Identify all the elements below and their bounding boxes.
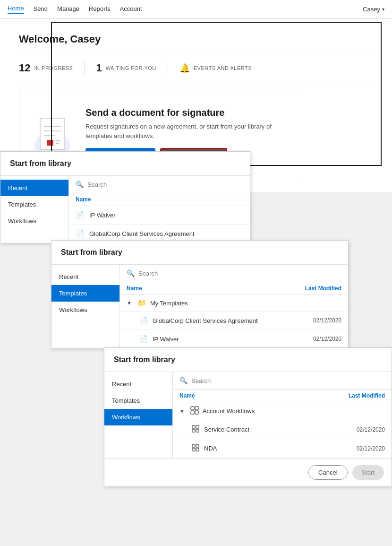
svg-rect-11 bbox=[195, 411, 198, 414]
svg-rect-13 bbox=[196, 425, 199, 428]
panel2-item-0-date: 02/12/2020 bbox=[313, 317, 341, 324]
panel2-folder-row[interactable]: ▼ 📁 My Templates bbox=[120, 295, 348, 312]
panel3-sidebar-workflows[interactable]: Workflows bbox=[104, 409, 172, 425]
panel2-item-0-name: GlobalCorp Client Services Agreement bbox=[153, 317, 308, 324]
doc-card-title: Send a document for signature bbox=[85, 107, 288, 118]
panel2-folder-name: My Templates bbox=[150, 300, 188, 307]
panel1-row-0[interactable]: 📄 IP Waiver bbox=[69, 206, 250, 225]
panel-recent: Start from library Recent Templates Work… bbox=[0, 151, 250, 243]
stat-number-in-progress: 12 bbox=[19, 62, 30, 74]
panel3-col-modified: Last Modified bbox=[349, 392, 385, 399]
bell-icon: 🔔 bbox=[179, 63, 190, 73]
start-button[interactable]: Start bbox=[352, 465, 384, 480]
workflow-folder-icon bbox=[190, 406, 199, 416]
svg-rect-16 bbox=[192, 444, 195, 447]
panel3-search-bar: 🔍 bbox=[173, 372, 392, 390]
svg-rect-8 bbox=[191, 407, 194, 410]
panel2-search-input[interactable] bbox=[138, 270, 341, 277]
panel3-search-icon: 🔍 bbox=[179, 377, 187, 384]
svg-rect-17 bbox=[196, 444, 199, 447]
panel2-sidebar: Recent Templates Workflows bbox=[51, 265, 120, 348]
panel1-item-1-name: GlobalCorp Client Services Agreement bbox=[89, 230, 243, 237]
panel-templates: Start from library Recent Templates Work… bbox=[51, 240, 349, 349]
panel3-sidebar: Recent Templates Workflows bbox=[104, 372, 173, 458]
panel1-search-icon: 🔍 bbox=[76, 181, 84, 188]
panel2-sidebar-workflows[interactable]: Workflows bbox=[51, 302, 119, 318]
panel3-body: Recent Templates Workflows 🔍 Name Last M… bbox=[104, 372, 392, 458]
panel2-row-0[interactable]: 📄 GlobalCorp Client Services Agreement 0… bbox=[120, 312, 348, 330]
panel-workflows: Start from library Recent Templates Work… bbox=[104, 347, 392, 487]
file-icon-0: 📄 bbox=[76, 211, 85, 219]
nav-reports[interactable]: Reports bbox=[89, 5, 111, 13]
panel3-sidebar-templates[interactable]: Templates bbox=[104, 392, 172, 409]
stat-waiting[interactable]: 1 WAITING FOR YOU bbox=[85, 62, 167, 74]
user-dropdown-arrow: ▾ bbox=[382, 7, 384, 12]
panel1-col-name: Name bbox=[76, 196, 91, 203]
file-icon-1: 📄 bbox=[76, 229, 85, 238]
panel3-sidebar-recent[interactable]: Recent bbox=[104, 376, 172, 392]
welcome-title: Welcome, Casey bbox=[19, 33, 373, 45]
panel2-body: Recent Templates Workflows 🔍 Name Last M… bbox=[51, 265, 348, 348]
stat-label-events: EVENTS AND ALERTS bbox=[194, 65, 252, 71]
panel3-title: Start from library bbox=[104, 348, 392, 372]
panel1-search-bar: 🔍 bbox=[69, 176, 250, 193]
doc-card-description: Request signatures on a new agreement, o… bbox=[85, 122, 288, 140]
svg-rect-9 bbox=[195, 407, 198, 410]
svg-rect-19 bbox=[196, 448, 199, 451]
nav-account[interactable]: Account bbox=[120, 5, 142, 13]
panel3-item-0-name: Service Contract bbox=[204, 426, 352, 433]
stat-events[interactable]: 🔔 EVENTS AND ALERTS bbox=[168, 63, 263, 73]
svg-rect-12 bbox=[192, 425, 195, 428]
panel3-content: 🔍 Name Last Modified ▼ bbox=[173, 372, 392, 458]
panel2-file-icon-1: 📄 bbox=[139, 335, 148, 343]
stats-bar: 12 IN PROGRESS 1 WAITING FOR YOU 🔔 EVENT… bbox=[19, 55, 373, 81]
svg-rect-14 bbox=[192, 429, 195, 432]
stat-label-waiting: WAITING FOR YOU bbox=[106, 65, 156, 71]
stat-label-in-progress: IN PROGRESS bbox=[34, 65, 73, 71]
panel3-item-0-date: 02/12/2020 bbox=[357, 426, 385, 433]
panel2-item-1-name: IP Waiver bbox=[153, 336, 308, 343]
panel1-sidebar-recent[interactable]: Recent bbox=[0, 180, 68, 196]
stat-in-progress[interactable]: 12 IN PROGRESS bbox=[19, 62, 84, 74]
user-name: Casey bbox=[363, 6, 380, 13]
panel1-sidebar-workflows[interactable]: Workflows bbox=[0, 213, 68, 229]
panel3-folder-toggle-icon: ▼ bbox=[179, 408, 185, 414]
svg-rect-15 bbox=[196, 429, 199, 432]
stat-number-waiting: 1 bbox=[96, 62, 102, 74]
panel3-item-1-name: NDA bbox=[204, 445, 352, 452]
nav-send[interactable]: Send bbox=[34, 5, 48, 13]
nav-links: Home Send Manage Reports Account bbox=[8, 5, 142, 14]
panel2-search-bar: 🔍 bbox=[120, 265, 348, 282]
user-menu[interactable]: Casey ▾ bbox=[363, 6, 384, 13]
panel1-sidebar: Recent Templates Workflows bbox=[0, 176, 69, 243]
panel2-sidebar-templates[interactable]: Templates bbox=[51, 285, 119, 302]
panel2-row-1[interactable]: 📄 IP Waiver 02/12/2020 bbox=[120, 330, 348, 348]
panel1-content: 🔍 Name 📄 IP Waiver 📄 GlobalCorp Client S… bbox=[69, 176, 250, 243]
panel3-item-1-date: 02/12/2020 bbox=[357, 445, 385, 452]
workflow-icon-0 bbox=[192, 425, 199, 434]
panel2-col-name: Name bbox=[127, 285, 142, 292]
panel2-table-header: Name Last Modified bbox=[120, 282, 348, 295]
panel2-title: Start from library bbox=[51, 241, 348, 265]
cancel-button[interactable]: Cancel bbox=[308, 465, 347, 480]
svg-rect-10 bbox=[191, 411, 194, 414]
panel3-table-header: Name Last Modified bbox=[173, 390, 392, 402]
panel1-table-header: Name bbox=[69, 193, 250, 206]
panel3-footer: Cancel Start bbox=[104, 458, 392, 486]
panel1-search-input[interactable] bbox=[87, 181, 243, 188]
panel3-search-input[interactable] bbox=[191, 377, 385, 384]
svg-rect-5 bbox=[47, 140, 53, 146]
nav-home[interactable]: Home bbox=[8, 5, 24, 14]
folder-icon: 📁 bbox=[137, 299, 146, 307]
panel1-sidebar-templates[interactable]: Templates bbox=[0, 196, 68, 213]
panel2-sidebar-recent[interactable]: Recent bbox=[51, 269, 119, 285]
svg-rect-18 bbox=[192, 448, 195, 451]
panel2-file-icon-0: 📄 bbox=[139, 316, 148, 325]
nav-manage[interactable]: Manage bbox=[57, 5, 79, 13]
panel3-row-1[interactable]: NDA 02/12/2020 bbox=[173, 439, 392, 458]
panel3-folder-row[interactable]: ▼ Account Workflows bbox=[173, 402, 392, 420]
panel1-body: Recent Templates Workflows 🔍 Name 📄 IP W… bbox=[0, 176, 250, 243]
panel2-item-1-date: 02/12/2020 bbox=[313, 336, 341, 342]
workflow-icon-1 bbox=[192, 444, 199, 453]
panel3-row-0[interactable]: Service Contract 02/12/2020 bbox=[173, 420, 392, 439]
